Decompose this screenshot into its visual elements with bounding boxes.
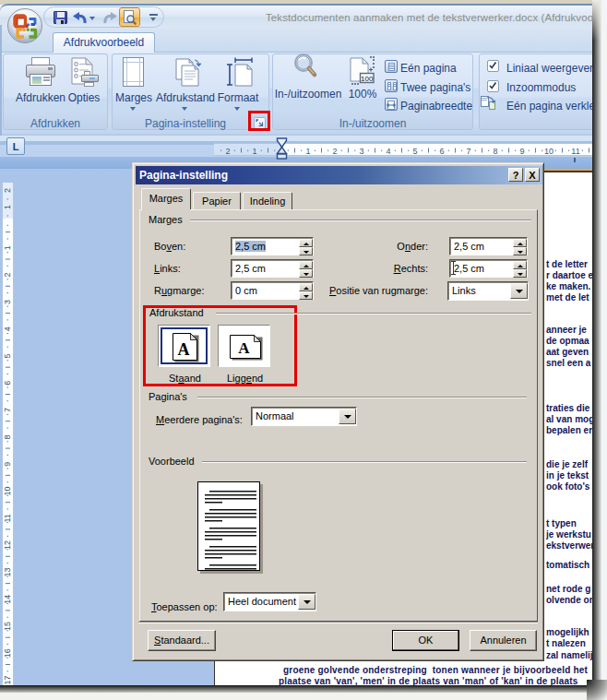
svg-text:9: 9 — [3, 462, 12, 467]
svg-text:11: 11 — [571, 147, 579, 156]
svg-text:2: 2 — [225, 147, 230, 156]
svg-text:16: 16 — [3, 648, 12, 658]
svg-text:3: 3 — [359, 147, 363, 156]
svg-text:2: 2 — [3, 188, 12, 193]
svg-text:1: 1 — [252, 147, 256, 156]
svg-text:10: 10 — [3, 486, 12, 495]
svg-text:4: 4 — [3, 326, 12, 331]
svg-text:13: 13 — [3, 567, 12, 576]
svg-text:100: 100 — [361, 75, 374, 83]
svg-text:7: 7 — [466, 147, 470, 156]
svg-text:11: 11 — [3, 514, 12, 522]
svg-text:5: 5 — [412, 147, 417, 156]
svg-text:6: 6 — [439, 147, 444, 156]
svg-text:5: 5 — [3, 353, 12, 358]
svg-text:10: 10 — [544, 147, 553, 156]
svg-text:A: A — [238, 339, 250, 357]
svg-text:4: 4 — [386, 147, 390, 156]
svg-text:2: 2 — [332, 147, 337, 156]
svg-text:12: 12 — [3, 540, 12, 550]
svg-text:1: 1 — [305, 147, 310, 156]
svg-text:15: 15 — [3, 622, 12, 631]
svg-text:6: 6 — [3, 381, 12, 386]
svg-text:8: 8 — [3, 434, 12, 439]
svg-text:A: A — [178, 340, 190, 359]
svg-text:3: 3 — [3, 300, 12, 304]
svg-text:7: 7 — [3, 408, 12, 412]
svg-text:2: 2 — [3, 273, 12, 278]
svg-text:1: 1 — [3, 205, 12, 209]
svg-text:17: 17 — [3, 676, 12, 685]
svg-text:14: 14 — [3, 595, 12, 604]
svg-text:1: 1 — [3, 245, 12, 250]
svg-text:9: 9 — [519, 147, 524, 156]
svg-text:8: 8 — [493, 147, 497, 156]
